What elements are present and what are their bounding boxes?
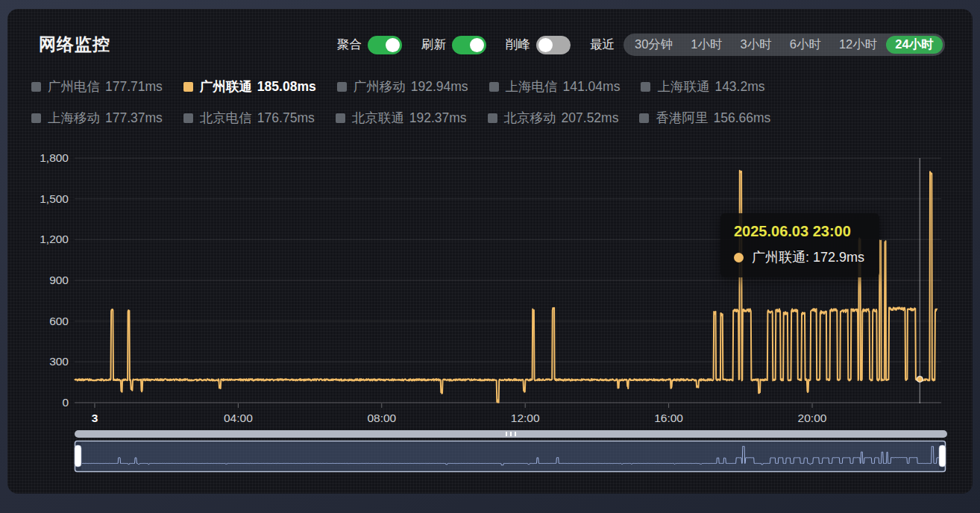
tooltip-series-row: 广州联通: 172.9ms (734, 248, 864, 266)
series-dot-icon (734, 253, 744, 262)
latency-series-line (75, 171, 937, 403)
scrollbar-grip-icon (506, 432, 507, 436)
chart-tooltip: 2025.06.03 23:00 广州联通: 172.9ms (720, 213, 879, 277)
y-axis-label: 1,500 (40, 192, 69, 205)
scrollbar-grip-icon (510, 432, 512, 436)
hovered-data-point (917, 376, 923, 382)
x-axis-label: 3 (92, 412, 98, 424)
x-axis-label: 08:00 (367, 412, 396, 424)
y-axis-label: 600 (49, 315, 69, 327)
tooltip-series-value: 广州联通: 172.9ms (752, 248, 864, 266)
tooltip-date: 2025.06.03 23:00 (734, 223, 864, 240)
datazoom-selected-region[interactable] (81, 443, 939, 470)
scrollbar-grip-icon (515, 432, 516, 436)
y-axis-label: 900 (49, 274, 69, 286)
y-axis-label: 300 (49, 355, 69, 368)
x-axis-label: 04:00 (224, 412, 253, 424)
horizontal-scrollbar[interactable] (75, 430, 947, 438)
x-axis-label: 16:00 (654, 412, 683, 424)
x-axis-label: 20:00 (798, 412, 827, 424)
y-axis-label: 0 (62, 396, 69, 409)
y-axis-label: 1,800 (40, 151, 69, 164)
network-monitor-page: 网络监控 聚合 刷新 削峰 最近 30分钟 1小时 3小时 6小时 12小时 2… (0, 0, 980, 513)
x-axis-label: 12:00 (511, 412, 540, 424)
datazoom-right-handle[interactable] (939, 445, 946, 467)
datazoom-left-handle[interactable] (75, 445, 81, 467)
y-axis-label: 1,200 (40, 233, 69, 245)
